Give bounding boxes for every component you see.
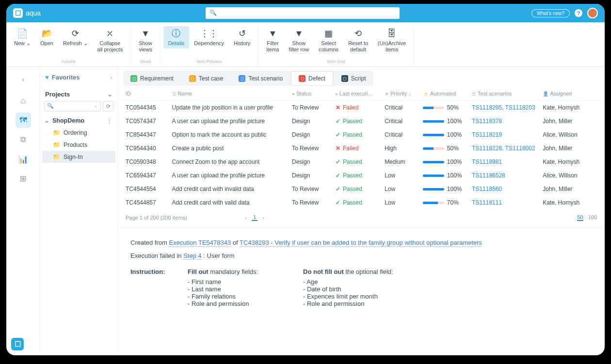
rail-map-icon[interactable]: 🗺 <box>16 112 31 128</box>
cell-assigned: Kate, Hornysh <box>540 101 600 115</box>
col2-head-rest: the optional field: <box>344 268 393 275</box>
main-area: ◻Requirement◻Test case◻Test scenario◻Def… <box>118 67 605 355</box>
detail-fail-suffix: : User form <box>203 252 234 259</box>
cell-automated: 50% <box>420 101 469 115</box>
folder-icon: 📁 <box>53 153 61 160</box>
ribbon-filteritems-button[interactable]: ▼Filteritems <box>261 26 284 54</box>
cell-assigned: Alice, Willson <box>540 169 600 182</box>
cell-name: A user can upload the profile picture <box>169 169 289 182</box>
ribbon-open-label: Open <box>40 40 53 47</box>
rail-plugin-icon[interactable]: ⧉ <box>16 132 31 147</box>
table-row[interactable]: TC0574347A user can upload the profile p… <box>123 114 600 128</box>
col-exec[interactable]: ▸Last executi… <box>333 86 382 101</box>
favorites-header[interactable]: ♥ Favorites › <box>42 72 115 83</box>
avatar[interactable] <box>587 8 598 18</box>
testcase-link[interactable]: TC438293 - Verify if user can be added t… <box>240 239 482 247</box>
reload-projects-icon[interactable]: ⟳ <box>103 101 113 111</box>
ribbon-collapse-button[interactable]: ⤫Collapseall projects <box>93 26 128 54</box>
project-node-shopdemo[interactable]: ⌄ ShopDemo ⋮ <box>42 114 115 127</box>
cell-scenarios[interactable]: TS1118219 <box>469 128 540 142</box>
list-item: Role and permission <box>188 300 289 307</box>
pager-prev-icon[interactable]: ‹ <box>245 215 247 221</box>
cell-id: TC8544347 <box>123 128 169 142</box>
ribbon-filterrow-label: Showfilter row <box>289 40 309 52</box>
col1-head-bold: Fill out <box>188 268 209 275</box>
cell-scenarios[interactable]: TS11186528 <box>469 169 540 182</box>
table-row[interactable]: TC4544554Add credit card with invalid da… <box>123 182 600 196</box>
col-name[interactable]: ☰Name <box>169 86 289 101</box>
rail-reports-icon[interactable]: 📊 <box>16 151 31 167</box>
cell-scenarios[interactable]: TS1118228, TS1118002 <box>469 142 540 155</box>
cell-automated: 70% <box>420 196 469 209</box>
ribbon-new-button[interactable]: 📄New ⌄ <box>9 26 35 54</box>
typetab-label: Script <box>351 75 366 82</box>
whats-new-button[interactable]: What's new? <box>531 9 570 17</box>
ribbon-group-label: Views <box>140 59 151 65</box>
rail-home-icon[interactable]: ⌂ <box>16 93 31 109</box>
table-row[interactable]: TC6594347A user can upload the profile p… <box>123 169 600 182</box>
ribbon-refresh-button[interactable]: ⟳Refresh ⌄ <box>58 26 93 54</box>
ribbon-reset-button[interactable]: ⟲Reset todefault <box>343 26 373 54</box>
table-row[interactable]: TC4544857Add credit card with valid data… <box>123 196 600 209</box>
cell-exec: Passed <box>333 155 382 169</box>
help-icon[interactable]: ? <box>575 9 582 17</box>
search-input[interactable] <box>206 7 400 19</box>
col-assigned[interactable]: 👤Assigned <box>540 86 600 101</box>
ribbon-open-button[interactable]: 📂Open <box>35 26 58 54</box>
refresh-icon: ⟳ <box>72 28 79 39</box>
cell-scenarios[interactable]: TS1118981 <box>469 155 540 169</box>
folder-sign-in[interactable]: 📁Sign-In <box>42 151 115 163</box>
typetab-sc[interactable]: ◻Script <box>334 71 374 86</box>
typetab-tc[interactable]: ◻Test case <box>181 71 231 86</box>
pagesize-100[interactable]: 100 <box>588 214 597 221</box>
table-row[interactable]: TC9544340Create a public postTo ReviewFa… <box>123 142 600 155</box>
list-item: Age <box>303 278 405 285</box>
detail-pane: Created from Execution TE5478343 of TC43… <box>118 228 605 317</box>
col-automated[interactable]: ⚡Automated <box>420 86 469 101</box>
step-link[interactable]: Step 4 <box>183 252 202 260</box>
ribbon-showviews-button[interactable]: ▼Showviews <box>134 26 157 54</box>
cell-status: Design <box>289 114 333 128</box>
ribbon-history-button[interactable]: ↺History <box>229 26 255 48</box>
collapse-sidepanel-icon[interactable]: ‹ <box>16 72 31 87</box>
cell-assigned: John, Miller <box>540 182 600 196</box>
pagesize-50[interactable]: 50 <box>577 214 583 221</box>
ribbon-filteritems-label: Filteritems <box>266 40 279 52</box>
typetab-req[interactable]: ◻Requirement <box>123 71 181 86</box>
rail-grid-icon[interactable]: ⊞ <box>16 171 31 186</box>
list-item: Family relations <box>188 293 289 300</box>
pager-current[interactable]: 1 <box>252 214 257 221</box>
more-icon[interactable]: ⋮ <box>106 117 113 124</box>
cell-scenarios[interactable]: TS1118111 <box>469 196 540 209</box>
cell-scenarios[interactable]: TS1118560 <box>469 182 540 196</box>
table-row[interactable]: TC0590348Connect Zoom to the app account… <box>123 155 600 169</box>
col-status[interactable]: ●Status <box>289 86 333 101</box>
ribbon-selcols-button[interactable]: ▦Selectcolumns <box>314 26 343 54</box>
projects-header[interactable]: Projects ⌄ <box>42 83 115 101</box>
col-priority[interactable]: ★Priority ↓ <box>382 86 420 101</box>
table-row[interactable]: TC0544345Update the job position in a us… <box>123 101 600 115</box>
folder-ordering[interactable]: 📁Ordering <box>42 127 115 139</box>
ribbon-archive-button[interactable]: 🗄(Un)Archiveitems <box>373 26 411 54</box>
floating-logo-icon[interactable]: ☐ <box>11 338 24 350</box>
typetab-df[interactable]: ◻Defect <box>290 71 334 86</box>
folder-products[interactable]: 📁Products <box>42 139 115 151</box>
cell-scenarios[interactable]: TS1118378 <box>469 114 540 128</box>
ribbon-details-button[interactable]: ⓘDetails <box>163 26 190 48</box>
table-row[interactable]: TC8544347Option to mark the account as p… <box>123 128 600 142</box>
execution-link[interactable]: Execution TE5478343 <box>169 239 231 247</box>
col-scenarios[interactable]: ☰Test scenarios <box>469 86 540 101</box>
cell-status: To Review <box>289 142 333 155</box>
col-id[interactable]: ID <box>123 86 169 101</box>
pager-next-icon[interactable]: › <box>262 215 264 221</box>
typetab-ts[interactable]: ◻Test scenario <box>231 71 290 86</box>
cell-scenarios[interactable]: TS1118295, TS1118203 <box>469 101 540 115</box>
project-search-dd-icon[interactable]: ⌄ <box>94 103 98 108</box>
brand: ☐ aqua <box>13 8 41 18</box>
ribbon-dependency-button[interactable]: ⋮⋮Dependency <box>189 26 229 48</box>
df-icon: ◻ <box>299 75 306 82</box>
col2-head-bold: Do not fill out <box>303 268 344 275</box>
ribbon-dependency-label: Dependency <box>194 40 224 47</box>
ribbon-filterrow-button[interactable]: ▼Showfilter row <box>284 26 314 54</box>
collapse-icon: ⤫ <box>106 28 113 39</box>
